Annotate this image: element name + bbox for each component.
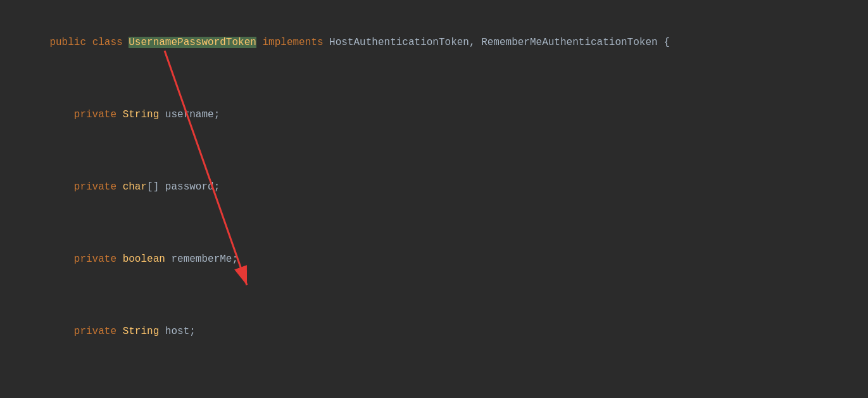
var-password: password; [165,181,220,193]
var-username: username; [165,109,220,120]
code-line-6: 这是源码，看构造器，我们需要填入用户名和密码了 [25,368,868,392]
keyword-private-1: private [74,109,123,120]
type-char-1: char [123,181,147,193]
keyword-implements: implements [262,37,329,48]
code-line-1: public class UsernamePasswordToken imple… [25,6,868,79]
code-line-4: private boolean rememberMe; [25,223,868,295]
type-string-2: String [123,326,165,337]
var-rememberme: rememberMe; [171,254,238,265]
keyword-private-2: private [74,181,123,193]
class-name: UsernamePasswordToken [129,37,256,48]
keyword-private-4: private [74,326,123,337]
keyword-private-3: private [74,254,123,265]
var-host: host; [165,326,196,337]
keyword-class: class [92,37,129,48]
keyword-public: public [49,37,92,48]
code-line-5: private String host; [25,295,868,368]
code-line-7: + public UsernamePasswordToken() { this.… [25,392,868,398]
type-boolean: boolean [123,254,172,265]
interface-name-1: HostAuthenticationToken, RememberMeAuthe… [329,37,664,48]
code-line-2: private String username; [25,79,868,151]
code-editor: public class UsernamePasswordToken imple… [0,0,868,398]
type-string-1: String [123,109,165,120]
code-line-3: private char[] password; [25,151,868,223]
